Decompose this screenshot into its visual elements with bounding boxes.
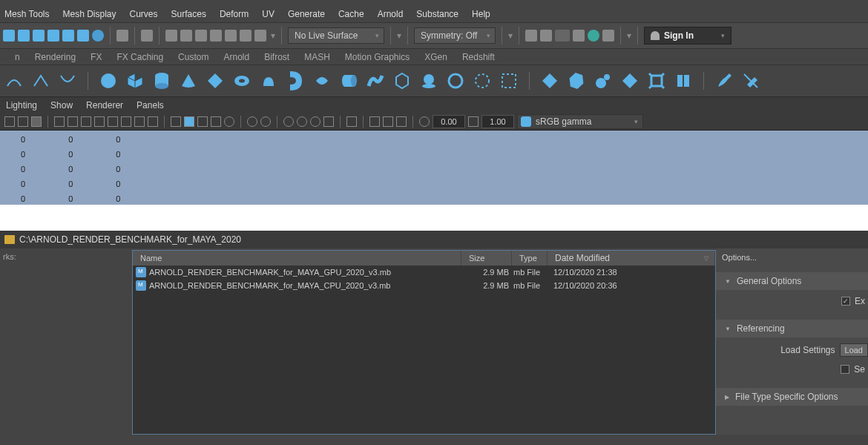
section-general-options[interactable]: General Options — [716, 272, 868, 290]
shelf-tool-icon[interactable] — [540, 71, 559, 90]
signin-button[interactable]: Sign In — [644, 27, 731, 44]
view-icon[interactable] — [148, 116, 158, 127]
panel-menu-lighting[interactable]: Lighting — [6, 100, 37, 111]
panel-menu-renderer[interactable]: Renderer — [86, 100, 123, 111]
menu-uv[interactable]: UV — [262, 9, 274, 19]
shelf-torus-icon[interactable] — [232, 71, 251, 90]
chevron-down-icon[interactable]: ▾ — [508, 30, 513, 41]
tool-icon[interactable] — [62, 30, 74, 42]
shelf-sphere-icon[interactable] — [99, 71, 118, 90]
menu-surfaces[interactable]: Surfaces — [171, 9, 206, 19]
symmetry-dropdown[interactable]: Symmetry: Off — [414, 27, 496, 44]
menu-arnold[interactable]: Arnold — [378, 9, 404, 19]
shelf-curve-icon[interactable] — [31, 71, 50, 90]
checkbox[interactable] — [841, 365, 849, 374]
help-icon[interactable] — [92, 30, 104, 42]
render-icon[interactable] — [573, 30, 585, 42]
tool-icon[interactable] — [47, 30, 59, 42]
shelf-tab-xgen[interactable]: XGen — [424, 52, 447, 62]
view-icon[interactable] — [4, 116, 15, 127]
view-icon[interactable] — [171, 116, 181, 127]
colorspace-dropdown[interactable]: sRGB gamma — [517, 114, 643, 129]
shelf-primitive-icon[interactable] — [446, 71, 465, 90]
shelf-brush-icon[interactable] — [714, 71, 734, 90]
pause-icon[interactable] — [602, 30, 614, 42]
render-icon[interactable] — [540, 30, 552, 42]
chevron-down-icon[interactable]: ▾ — [397, 30, 401, 41]
panel-menu-show[interactable]: Show — [50, 100, 73, 111]
view-icon[interactable] — [224, 116, 234, 127]
shelf-curve-icon[interactable] — [58, 71, 77, 90]
shelf-cube-icon[interactable] — [125, 71, 145, 90]
section-filetype-options[interactable]: File Type Specific Options — [716, 388, 868, 406]
view-icon[interactable] — [283, 116, 294, 127]
shelf-tab-arnold[interactable]: Arnold — [223, 52, 249, 62]
section-referencing[interactable]: Referencing — [716, 320, 868, 337]
shelf-plane-icon[interactable] — [206, 71, 225, 90]
menu-substance[interactable]: Substance — [416, 9, 458, 19]
menu-mesh-tools[interactable]: Mesh Tools — [4, 9, 49, 19]
checkbox[interactable]: ✓ — [841, 297, 850, 306]
view-icon[interactable] — [310, 116, 320, 127]
shelf-primitive-icon[interactable] — [259, 71, 278, 90]
view-icon[interactable] — [121, 116, 131, 127]
render-settings-icon[interactable] — [588, 30, 599, 42]
menu-mesh-display[interactable]: Mesh Display — [62, 9, 116, 19]
view-icon[interactable] — [94, 116, 105, 127]
view-icon[interactable] — [396, 116, 407, 127]
render-icon[interactable] — [525, 30, 537, 42]
col-type[interactable]: Type — [512, 251, 548, 266]
tool-icon[interactable] — [18, 30, 30, 42]
shelf-tool-icon[interactable] — [594, 71, 613, 90]
tool-icon[interactable] — [3, 30, 15, 42]
view-icon[interactable] — [68, 116, 78, 127]
exposure-icon[interactable] — [419, 116, 430, 127]
shelf-primitive-icon[interactable] — [419, 71, 438, 90]
view-icon[interactable] — [184, 116, 194, 127]
shelf-cone-icon[interactable] — [179, 71, 198, 90]
ipr-icon[interactable] — [555, 30, 570, 42]
shelf-tool-icon[interactable] — [620, 71, 640, 90]
view-icon[interactable] — [54, 116, 65, 127]
shelf-tool-icon[interactable] — [647, 71, 666, 90]
view-icon[interactable] — [323, 116, 334, 127]
view-icon[interactable] — [108, 116, 118, 127]
panel-menu-panels[interactable]: Panels — [137, 100, 164, 111]
view-icon[interactable] — [81, 116, 91, 127]
col-name[interactable]: Name — [133, 251, 461, 266]
snap-icon[interactable] — [225, 30, 237, 42]
snap-icon[interactable] — [240, 30, 251, 42]
col-date[interactable]: Date Modified▽ — [548, 251, 715, 266]
shelf-tab-fxcaching[interactable]: FX Caching — [116, 52, 163, 62]
menu-generate[interactable]: Generate — [288, 9, 325, 19]
shelf-tab-motiongraphics[interactable]: Motion Graphics — [345, 52, 410, 62]
view-icon[interactable] — [247, 116, 257, 127]
view-icon[interactable] — [383, 116, 393, 127]
shelf-curve-icon[interactable] — [4, 71, 24, 90]
shelf-primitive-icon[interactable] — [473, 71, 492, 90]
menu-cache[interactable]: Cache — [338, 9, 364, 19]
shelf-tab-fx[interactable]: FX — [91, 52, 102, 62]
shelf-pipe-icon[interactable] — [339, 71, 358, 90]
shelf-tool-icon[interactable] — [674, 71, 693, 90]
snap-icon[interactable] — [195, 30, 207, 42]
gamma-field[interactable]: 1.00 — [481, 115, 514, 128]
view-icon[interactable] — [297, 116, 307, 127]
col-size[interactable]: Size — [461, 251, 512, 266]
shelf-tab-rendering[interactable]: Rendering — [35, 52, 76, 62]
shelf-erase-icon[interactable] — [741, 71, 760, 90]
view-icon[interactable] — [18, 116, 28, 127]
shelf-primitive-icon[interactable] — [392, 71, 412, 90]
lock-icon[interactable] — [116, 30, 128, 42]
shelf-tab-custom[interactable]: Custom — [178, 52, 208, 62]
shelf-tool-icon[interactable] — [567, 71, 586, 90]
tool-icon[interactable] — [77, 30, 89, 42]
snap-icon[interactable] — [254, 30, 266, 42]
view-icon[interactable] — [369, 116, 380, 127]
viewport[interactable]: 000 000 000 000 000 — [0, 131, 868, 205]
menu-help[interactable]: Help — [472, 9, 490, 19]
load-button[interactable]: Load — [840, 343, 868, 357]
shelf-primitive-icon[interactable] — [366, 71, 385, 90]
chevron-down-icon[interactable]: ▾ — [627, 30, 631, 41]
file-row[interactable]: ARNOLD_RENDER_BENCHMARK_for_MAYA_CPU_202… — [133, 279, 715, 292]
